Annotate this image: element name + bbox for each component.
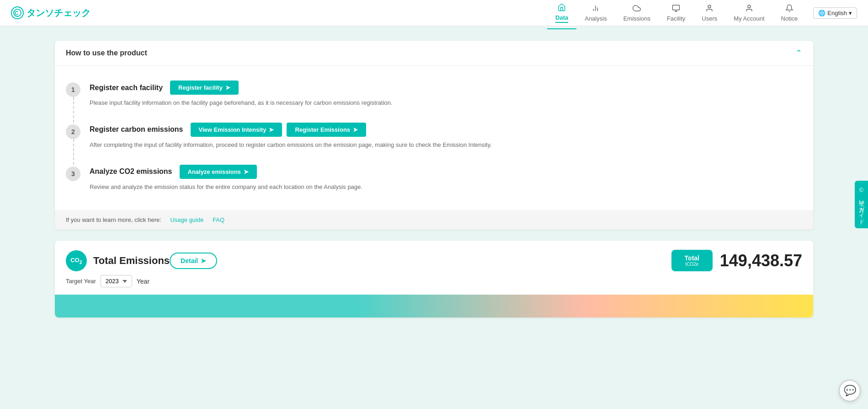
facility-icon <box>672 4 680 14</box>
nav-item-users[interactable]: Users <box>693 1 725 25</box>
steps-container: 1 Register each facility Register facili… <box>55 66 813 203</box>
step-1-description: Please input facility information on the… <box>90 98 802 108</box>
register-emissions-button[interactable]: Register Emissions ➤ <box>287 123 366 137</box>
info-bar-text: If you want to learn more, click here: <box>66 216 161 223</box>
step-1-content: Register each facility Register facility… <box>90 81 802 108</box>
svg-text:C: C <box>15 10 19 16</box>
account-icon <box>745 4 753 14</box>
analyze-emissions-button[interactable]: Analyze emissions ➤ <box>180 165 257 179</box>
guide-circle-icon: © <box>858 187 865 194</box>
step-2-buttons: View Emission Intensity ➤ Register Emiss… <box>191 123 367 137</box>
collapse-button[interactable]: ⌃ <box>795 48 802 58</box>
register-facility-button[interactable]: Register facility ➤ <box>170 81 239 95</box>
nav-label-emissions: Emissions <box>623 15 650 22</box>
nav-label-users: Users <box>702 15 717 22</box>
header: C タンソチェック Data Analysis <box>0 0 868 26</box>
info-bar: If you want to learn more, click here: U… <box>55 210 813 230</box>
how-to-card: How to use the product ⌃ 1 Register each… <box>55 41 813 230</box>
step-3-header: Analyze CO2 emissions Analyze emissions … <box>90 165 802 179</box>
nav-label-data: Data <box>555 14 568 23</box>
step-2-description: After completing the input of facility i… <box>90 140 802 150</box>
side-guide-label: 使い方ガイド <box>857 196 865 222</box>
nav-label-analysis: Analysis <box>585 15 607 22</box>
nav-item-facility[interactable]: Facility <box>659 1 693 25</box>
globe-icon: 🌐 <box>818 10 825 16</box>
chat-button[interactable]: 💬 <box>839 380 861 402</box>
step-3-description: Review and analyze the emission status f… <box>90 183 802 192</box>
nav-item-data[interactable]: Data <box>547 0 576 26</box>
svg-point-9 <box>748 5 751 8</box>
step-3-title: Analyze CO2 emissions <box>90 167 172 176</box>
language-label: English <box>827 10 847 16</box>
target-year-row: Target Year 2023 2022 2021 Year <box>55 275 813 295</box>
nav-item-emissions[interactable]: Emissions <box>615 1 659 25</box>
side-guide[interactable]: © 使い方ガイド <box>855 181 868 228</box>
logo-text: タンソチェック <box>27 7 91 19</box>
logo[interactable]: C タンソチェック <box>11 6 91 19</box>
language-selector[interactable]: 🌐 English ▾ <box>813 7 857 19</box>
arrow-icon-4: ➤ <box>244 168 249 175</box>
how-to-title: How to use the product <box>66 49 147 57</box>
step-2-content: Register carbon emissions View Emission … <box>90 123 802 150</box>
arrow-icon: ➤ <box>225 84 230 91</box>
total-emissions-title: Total Emissions <box>93 255 170 267</box>
arrow-icon-detail: ➤ <box>201 257 206 264</box>
step-1-title: Register each facility <box>90 84 163 92</box>
usage-guide-link[interactable]: Usage guide <box>170 216 203 223</box>
nav-item-notice[interactable]: Notice <box>773 1 806 25</box>
detail-button[interactable]: Detail ➤ <box>170 253 217 269</box>
nav-item-analysis[interactable]: Analysis <box>576 1 615 25</box>
view-emission-intensity-button[interactable]: View Emission Intensity ➤ <box>191 123 282 137</box>
arrow-icon-3: ➤ <box>353 126 358 133</box>
chat-icon: 💬 <box>844 385 856 397</box>
cloud-icon <box>633 4 641 14</box>
nav-item-my-account[interactable]: My Account <box>725 1 772 25</box>
step-1: 1 Register each facility Register facili… <box>66 73 802 115</box>
year-select[interactable]: 2023 2022 2021 <box>101 275 132 287</box>
svg-rect-5 <box>673 5 680 10</box>
users-icon <box>705 4 714 14</box>
logo-icon: C <box>11 6 24 19</box>
step-2-header: Register carbon emissions View Emission … <box>90 123 802 137</box>
total-badge: Total tCO2e <box>671 250 713 271</box>
year-suffix: Year <box>137 278 149 285</box>
step-2-number: 2 <box>66 124 80 139</box>
co2-icon: CO2 <box>66 250 87 271</box>
total-value: 149,438.57 <box>720 251 802 270</box>
header-right: 🌐 English ▾ <box>813 7 857 19</box>
step-3-number: 3 <box>66 167 80 181</box>
bell-icon <box>785 4 793 14</box>
step-1-header: Register each facility Register facility… <box>90 81 802 95</box>
nav-label-my-account: My Account <box>734 15 764 22</box>
main-content: How to use the product ⌃ 1 Register each… <box>0 26 868 332</box>
step-1-number: 1 <box>66 82 80 97</box>
step-2: 2 Register carbon emissions View Emissio… <box>66 115 802 157</box>
nav-label-notice: Notice <box>781 15 798 22</box>
nav-label-facility: Facility <box>667 15 685 22</box>
step-3-content: Analyze CO2 emissions Analyze emissions … <box>90 165 802 192</box>
home-icon <box>558 3 566 13</box>
analysis-icon <box>591 4 600 14</box>
how-to-header: How to use the product ⌃ <box>55 41 813 66</box>
svg-point-8 <box>708 5 711 8</box>
faq-link[interactable]: FAQ <box>213 216 224 223</box>
arrow-icon-2: ➤ <box>269 126 274 133</box>
chevron-down-icon: ▾ <box>849 10 852 16</box>
main-nav: Data Analysis Emissions <box>547 0 806 26</box>
step-3: 3 Analyze CO2 emissions Analyze emission… <box>66 157 802 203</box>
target-year-label: Target Year <box>66 278 96 285</box>
step-2-title: Register carbon emissions <box>90 125 183 134</box>
total-emissions-card: CO2 Total Emissions Detail ➤ Total tCO2e… <box>55 241 813 318</box>
